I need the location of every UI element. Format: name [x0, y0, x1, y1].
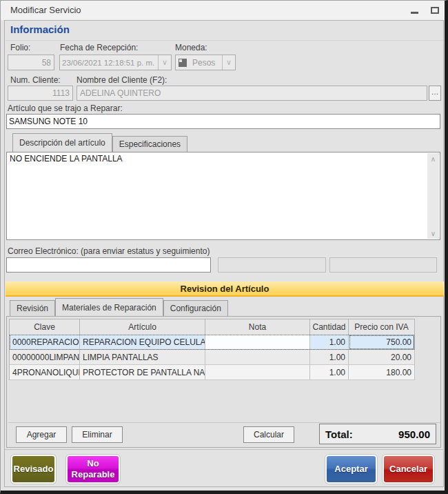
- title-bar: Modificar Servicio: [1, 1, 445, 20]
- column-header-clave[interactable]: Clave: [10, 319, 80, 335]
- articulo-reparar-input[interactable]: [6, 114, 440, 129]
- minimize-icon: [411, 12, 418, 14]
- table-cell-articulo[interactable]: LIMPIA PANTALLAS: [80, 350, 205, 365]
- tab-descripcion-articulo[interactable]: Descripción del artículo: [12, 133, 112, 152]
- nombre-cliente-label: Nombre del Cliente (F2):: [77, 75, 167, 85]
- table-cell-nota[interactable]: [205, 365, 310, 380]
- table-cell-cantidad[interactable]: 1.00: [310, 350, 349, 365]
- folio-field: 58: [8, 55, 54, 70]
- tab-configuracion[interactable]: Configuración: [163, 300, 228, 316]
- column-header-precio[interactable]: Precio con IVA: [349, 319, 415, 335]
- moneda-value: Pesos: [190, 58, 222, 68]
- articulo-reparar-label: Artículo que se trajo a Reparar:: [8, 103, 123, 113]
- chevron-down-icon[interactable]: ∨: [427, 228, 439, 239]
- correo-label: Correo Electrónico: (para enviar estatus…: [8, 246, 210, 256]
- fecha-recepcion-value: 23/06/2021 12:18:51 p. m.: [60, 59, 158, 67]
- column-header-nota[interactable]: Nota: [205, 319, 310, 335]
- chevron-down-icon[interactable]: ∨: [158, 55, 171, 70]
- table-cell-nota[interactable]: [205, 350, 310, 365]
- table-cell-clave[interactable]: 0000REPARACION: [10, 335, 80, 350]
- disabled-field-2: [329, 257, 437, 273]
- disabled-field-1: [218, 257, 326, 273]
- folio-label: Folio:: [10, 43, 30, 52]
- aceptar-button[interactable]: Aceptar: [325, 455, 377, 484]
- table-cell-articulo[interactable]: PROTECTOR DE PANTALLA NANO LIQUIDO: [80, 365, 205, 380]
- no-reparable-button[interactable]: No Reparable: [66, 455, 120, 484]
- table-cell-clave[interactable]: 00000000LIMPAN: [10, 350, 80, 365]
- table-cell-precio[interactable]: 750.00: [349, 335, 415, 350]
- browse-cliente-button[interactable]: …: [429, 86, 441, 101]
- table-cell-precio[interactable]: 20.00: [349, 350, 415, 365]
- materiales-table: Clave Artículo Nota Cantidad Precio con …: [9, 319, 415, 380]
- revisado-button[interactable]: Revisado: [11, 455, 56, 484]
- agregar-button[interactable]: Agregar: [16, 426, 67, 443]
- descripcion-textarea[interactable]: NO ENCIENDE LA PANTALLA ∧ ∨: [6, 152, 440, 240]
- modificar-servicio-window: Modificar Servicio Información Folio: Fe…: [0, 0, 448, 494]
- eliminar-button[interactable]: Eliminar: [72, 426, 123, 443]
- descripcion-scrollbar[interactable]: ∧ ∨: [427, 153, 439, 239]
- correo-input[interactable]: [6, 257, 211, 273]
- maximize-button[interactable]: [428, 3, 442, 17]
- table-cell-nota[interactable]: [205, 335, 310, 350]
- chevron-down-icon[interactable]: ∨: [222, 55, 235, 70]
- tab-especificaciones[interactable]: Especificaciones: [112, 136, 187, 152]
- nombre-cliente-field: ADELINA QUINTERO: [77, 86, 427, 101]
- total-value: 950.00: [398, 428, 430, 440]
- revision-banner: Revision del Artículo: [6, 281, 444, 297]
- calcular-button[interactable]: Calcular: [243, 426, 294, 443]
- currency-icon: [179, 59, 187, 67]
- window-title: Modificar Servicio: [10, 1, 81, 20]
- moneda-combo[interactable]: Pesos ∨: [175, 55, 236, 70]
- tab-revision[interactable]: Revisión: [10, 300, 55, 316]
- num-cliente-label: Num. Cliente:: [10, 75, 61, 85]
- section-title-informacion: Información: [10, 23, 70, 35]
- moneda-label: Moneda:: [175, 43, 207, 52]
- fecha-recepcion-combo[interactable]: 23/06/2021 12:18:51 p. m. ∨: [59, 55, 172, 70]
- total-label: Total:: [325, 428, 353, 440]
- cancelar-button[interactable]: Cancelar: [383, 455, 434, 484]
- column-header-cantidad[interactable]: Cantidad: [310, 319, 349, 335]
- revision-tab-strip: Revisión Materiales de Reparación Config…: [10, 298, 228, 316]
- footer-divider: [8, 422, 440, 423]
- section-divider: [6, 40, 443, 41]
- descripcion-text: NO ENCIENDE LA PANTALLA: [10, 154, 123, 164]
- minimize-button[interactable]: [407, 3, 421, 17]
- table-cell-precio[interactable]: 180.00: [349, 365, 415, 380]
- total-box: Total: 950.00: [319, 424, 436, 444]
- table-cell-cantidad[interactable]: 1.00: [310, 335, 349, 350]
- num-cliente-field: 1113: [8, 86, 73, 101]
- chevron-up-icon[interactable]: ∧: [427, 153, 439, 164]
- descripcion-tab-strip: Descripción del artículo Especificacione…: [12, 133, 187, 152]
- fecha-recepcion-label: Fecha de Recepción:: [60, 43, 138, 52]
- column-header-articulo[interactable]: Artículo: [80, 319, 205, 335]
- bottom-strip-divider: [5, 449, 444, 450]
- table-cell-cantidad[interactable]: 1.00: [310, 365, 349, 380]
- tab-materiales-reparacion[interactable]: Materiales de Reparación: [55, 298, 163, 316]
- table-cell-clave[interactable]: 4PRONANOLIQUID: [10, 365, 80, 380]
- maximize-icon: [431, 7, 439, 14]
- table-cell-articulo[interactable]: REPARACION EQUIPO CELULAR: [80, 335, 205, 350]
